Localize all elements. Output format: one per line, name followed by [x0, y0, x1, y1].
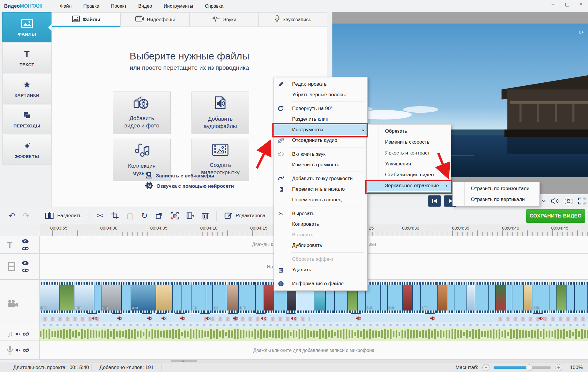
muted-speaker-icon[interactable] — [356, 316, 361, 321]
mirror-submenu-item[interactable]: Отразить по горизонтали — [453, 183, 539, 194]
clip[interactable] — [413, 282, 421, 313]
clip[interactable] — [227, 282, 239, 313]
clip[interactable] — [206, 282, 213, 313]
muted-speaker-icon[interactable] — [92, 316, 97, 321]
muted-speaker-icon[interactable] — [161, 316, 166, 321]
clip[interactable] — [173, 282, 181, 313]
link-icon[interactable] — [22, 268, 29, 273]
zoom-in-button[interactable]: + — [555, 364, 562, 371]
clip[interactable] — [181, 282, 191, 313]
context-menu-item[interactable]: Информация о файле — [274, 278, 367, 289]
clip[interactable] — [557, 282, 567, 313]
muted-speaker-icon[interactable] — [205, 316, 211, 321]
clip[interactable] — [438, 282, 447, 313]
context-menu-item[interactable]: Добавить точку громкости — [274, 173, 367, 184]
menu-файл[interactable]: Файл — [55, 2, 77, 11]
scrollbar-thumb[interactable] — [171, 360, 197, 362]
clip[interactable] — [60, 282, 74, 313]
context-menu-item[interactable]: Инструменты▸ — [274, 124, 367, 135]
clip[interactable]: 0.38 — [421, 282, 438, 313]
split-icon[interactable] — [45, 212, 54, 220]
fullscreen-icon[interactable] — [578, 197, 586, 205]
menu-проект[interactable]: Проект — [106, 2, 132, 11]
tab-видеофоны[interactable]: Видеофоны — [121, 13, 189, 26]
replace-icon[interactable] — [155, 212, 163, 220]
context-menu-item[interactable]: Разделить клип — [274, 114, 367, 124]
button-add-audio[interactable]: Добавитьаудиофайлы — [191, 92, 249, 134]
minimize-button[interactable]: – — [549, 1, 557, 7]
edit-label[interactable]: Редактирова — [236, 213, 265, 219]
tools-submenu-item[interactable]: Улучшения — [367, 158, 451, 169]
speaker-icon[interactable] — [15, 331, 21, 337]
skip-start-button[interactable] — [428, 195, 441, 207]
context-menu-item[interactable]: Сбросить эффект — [274, 254, 367, 265]
clip[interactable] — [403, 282, 413, 313]
frame-icon[interactable]: ▢ — [126, 212, 134, 220]
context-menu-item[interactable]: Копировать — [274, 219, 367, 230]
clip[interactable]: 9.98 — [239, 282, 256, 313]
clip[interactable] — [524, 282, 532, 313]
music-waveform[interactable] — [40, 327, 588, 341]
tab-файлы[interactable]: Файлы — [52, 13, 121, 26]
visibility-icon[interactable] — [22, 261, 29, 265]
context-menu-item[interactable]: Отсоединить аудио — [274, 135, 367, 146]
unlink-icon[interactable] — [23, 348, 29, 353]
crop-icon[interactable] — [111, 212, 119, 220]
clip[interactable] — [575, 282, 588, 313]
context-menu-item[interactable]: Дублировать — [274, 240, 367, 251]
context-menu-item[interactable]: Убрать чёрные полосы — [274, 89, 367, 100]
clip[interactable] — [567, 282, 575, 313]
clip[interactable]: 0.40 — [388, 282, 403, 313]
split-label[interactable]: Разделить — [57, 213, 81, 219]
add-clip-icon[interactable] — [186, 212, 194, 220]
tools-submenu-item[interactable]: Обрезать — [367, 126, 451, 137]
timeline-scrollbar[interactable] — [40, 360, 588, 363]
ai-voiceover-link[interactable]: AIОзвучка с помощью нейросети — [145, 182, 234, 191]
tab-звуки[interactable]: Звуки — [190, 13, 259, 26]
muted-speaker-icon[interactable] — [261, 316, 266, 321]
visibility-icon[interactable] — [22, 239, 29, 244]
sidebar-item-текст[interactable]: TТЕКСТ — [2, 43, 51, 73]
clip[interactable] — [496, 282, 506, 313]
clip[interactable] — [549, 282, 557, 313]
clip[interactable] — [94, 282, 101, 313]
clip[interactable] — [512, 282, 524, 313]
context-menu-item[interactable]: Переместить в конец — [274, 195, 367, 205]
clip[interactable] — [122, 282, 131, 313]
trash-icon[interactable] — [202, 212, 209, 220]
snapshot-icon[interactable] — [564, 197, 573, 205]
undo-icon[interactable]: ↶ — [9, 212, 15, 220]
mirror-submenu-item[interactable]: Отразить по вертикали — [453, 194, 539, 205]
zoom-slider-thumb[interactable] — [526, 364, 532, 371]
muted-speaker-icon[interactable] — [180, 316, 185, 321]
tools-submenu-item[interactable]: Стабилизация видео — [367, 169, 451, 180]
clip[interactable] — [256, 282, 264, 313]
clip[interactable]: 0.89 — [131, 282, 156, 313]
unlink-icon[interactable] — [23, 332, 29, 336]
close-button[interactable]: × — [577, 1, 585, 7]
context-menu-item[interactable]: Вставить — [274, 230, 367, 240]
zoom-slider[interactable] — [494, 366, 551, 369]
muted-speaker-icon[interactable] — [538, 316, 544, 321]
clip[interactable] — [454, 282, 467, 313]
menu-правка[interactable]: Правка — [78, 2, 104, 11]
zoom-out-button[interactable]: − — [482, 364, 489, 371]
clip[interactable] — [475, 282, 489, 313]
sidebar-item-переходы[interactable]: ПЕРЕХОДЫ — [2, 104, 51, 134]
tools-submenu-item[interactable]: Изменить скорость — [367, 137, 451, 147]
muted-speaker-icon[interactable] — [430, 316, 435, 321]
sidebar-item-картинки[interactable]: ★КАРТИНКИ — [2, 74, 51, 104]
rotate-icon[interactable]: ↻ — [141, 212, 148, 220]
muted-speaker-icon[interactable] — [117, 316, 122, 321]
record-webcam-link[interactable]: Записать с веб-камеры — [145, 172, 214, 180]
clip[interactable]: 0.40 — [366, 282, 381, 313]
context-menu-item[interactable]: ✂Вырезать — [274, 208, 367, 219]
clip[interactable] — [447, 282, 454, 313]
muted-speaker-icon[interactable] — [147, 316, 152, 321]
clip[interactable] — [467, 282, 475, 313]
clip[interactable]: 0.54 — [40, 282, 60, 313]
clip[interactable] — [506, 282, 512, 313]
button-add-video[interactable]: Добавитьвидео и фото — [113, 92, 171, 134]
speaker-icon[interactable] — [15, 348, 21, 353]
tab-звукозапись[interactable]: Звукозапись — [259, 13, 327, 26]
